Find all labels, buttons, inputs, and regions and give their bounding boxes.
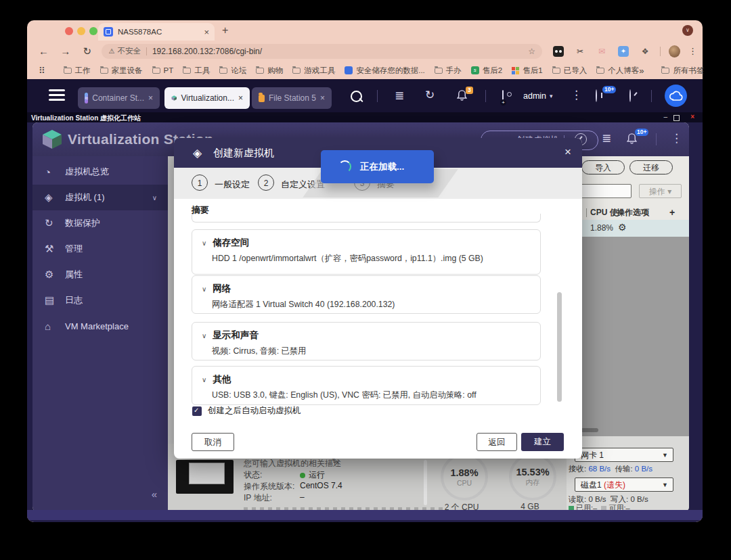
user-menu-chevron-icon[interactable]: ▾	[550, 93, 553, 99]
action-dropdown[interactable]: 操作 ▾	[639, 184, 682, 198]
url-text[interactable]: 192.168.200.132:7086/cgi-bin/	[152, 47, 528, 56]
close-icon[interactable]: ×	[148, 93, 153, 103]
step-2-circle[interactable]: 2	[258, 174, 274, 191]
bookmark-item[interactable]: 安全储存您的数据...	[345, 66, 425, 76]
nas-tab-container-station[interactable]: ≈ Container St... ×	[78, 87, 160, 109]
section-title[interactable]: 网络	[213, 283, 231, 294]
close-traffic-light[interactable]	[65, 27, 73, 35]
column-actions[interactable]: 操作选项	[617, 207, 649, 218]
vm-thumbnail[interactable]	[176, 460, 234, 494]
migrate-button[interactable]: 迁移	[629, 160, 673, 174]
sidebar-collapse-icon[interactable]: «	[152, 488, 157, 500]
sidebar-item-overview[interactable]: ◔虚拟机总览	[32, 159, 168, 185]
import-button[interactable]: 导入	[581, 160, 625, 174]
section-title[interactable]: 显示和声音	[213, 330, 259, 340]
browser-tab[interactable]: NAS5878AC ×	[98, 23, 215, 41]
search-icon[interactable]	[351, 91, 362, 102]
bookmark-item[interactable]: 论坛	[219, 66, 246, 76]
summary-card-other[interactable]: ∨其他 USB: USB 3.0, 键盘: English (US), VNC …	[192, 366, 541, 405]
tab-close-icon[interactable]: ×	[204, 27, 209, 37]
bookmark-item[interactable]: 家里设备	[100, 66, 143, 76]
step-1-label[interactable]: 一般设定	[215, 179, 250, 191]
summary-card-display-audio[interactable]: ∨显示和声音 视频: Cirrus, 音频: 已禁用	[192, 322, 541, 360]
bookmark-star-icon[interactable]: ☆	[528, 47, 535, 56]
sidebar-item-marketplace[interactable]: ⌂VM Marketplace	[32, 313, 168, 339]
create-button[interactable]: 建立	[521, 433, 564, 451]
nic-dropdown[interactable]: 网卡 1▼	[575, 448, 673, 462]
section-title[interactable]: 储存空间	[213, 237, 249, 248]
bookmark-item[interactable]: 游戏工具	[292, 66, 335, 76]
bookmark-item[interactable]: 工具	[183, 66, 210, 76]
minimize-traffic-light[interactable]	[77, 27, 85, 35]
sidebar-item-logs[interactable]: ▤日志	[32, 287, 168, 313]
autostart-row[interactable]: 创建之后自动启动虚拟机	[192, 405, 301, 417]
reload-icon[interactable]: ↻	[82, 45, 92, 57]
back-icon[interactable]: ←	[39, 45, 49, 57]
back-button[interactable]: 返回	[477, 433, 517, 451]
dialog-close-icon[interactable]: ×	[564, 145, 571, 159]
fullscreen-traffic-light[interactable]	[89, 27, 97, 35]
new-tab-button[interactable]: +	[222, 24, 228, 37]
add-column-icon[interactable]: +	[669, 207, 675, 218]
close-window-icon[interactable]: ×	[690, 113, 694, 120]
sidebar-item-data-protection[interactable]: ↻数据保护	[32, 210, 168, 236]
browser-menu-icon[interactable]: ⋮	[688, 46, 697, 56]
summary-card-storage[interactable]: ∨储存空间 HDD 1 /openwrt/immortalwrt（扩容，密码pa…	[192, 229, 541, 275]
sidebar-item-management[interactable]: ⚒管理	[32, 236, 168, 262]
vm-table-row[interactable]: 1.88% ⚙	[567, 220, 689, 237]
minimize-icon[interactable]: –	[663, 113, 667, 120]
summary-card-network[interactable]: ∨网络 网络适配器 1 Virtual Switch 40 (192.168.2…	[192, 275, 541, 314]
bookmark-item[interactable]: 已导入	[552, 66, 588, 76]
nas-tab-file-station[interactable]: File Station 5 ×	[252, 87, 332, 109]
dialog-scrollbar[interactable]	[557, 292, 562, 402]
sidebar-item-properties[interactable]: ⚙属性	[32, 262, 168, 287]
sidebar-item-vms[interactable]: ◈虚拟机 (1)∨	[32, 185, 168, 210]
nas-tab-virtualization-station[interactable]: Virtualization... ×	[164, 87, 250, 109]
myqnapcloud-icon[interactable]	[665, 85, 687, 107]
bookmark-item[interactable]: 个人博客	[596, 66, 639, 76]
bookmarks-overflow-icon[interactable]: »	[639, 66, 644, 76]
bookmark-item[interactable]: s售后2	[471, 66, 502, 76]
bookmark-item[interactable]: PT	[152, 66, 174, 74]
virtualization-station-icon	[171, 93, 177, 103]
extensions-puzzle-icon[interactable]: ❖	[640, 46, 650, 57]
user-icon[interactable]	[502, 90, 504, 103]
apps-grid-icon[interactable]: ⠿	[39, 66, 46, 76]
close-icon[interactable]: ×	[320, 93, 325, 103]
vs-window-titlebar[interactable]: Virtualization Station 虚拟化工作站 – ×	[27, 112, 703, 122]
folder-icon	[256, 68, 264, 74]
main-menu-icon[interactable]	[49, 89, 65, 103]
vs-more-icon[interactable]: ⋮	[671, 133, 682, 144]
details-scrollbar[interactable]	[424, 460, 427, 505]
user-name[interactable]: admin	[523, 91, 546, 101]
sync-icon[interactable]: ↻	[425, 89, 435, 101]
maximize-icon[interactable]	[673, 115, 680, 121]
bookmark-item[interactable]: 手办	[435, 66, 462, 76]
forward-icon[interactable]: →	[60, 45, 70, 57]
column-cpu[interactable]: CPU 使	[590, 207, 618, 218]
tasks-icon[interactable]: ≣	[602, 133, 611, 144]
bookmark-item[interactable]: 工作	[64, 66, 91, 76]
background-tasks-icon[interactable]: ≣	[395, 90, 404, 101]
tab-search-button[interactable]: ∨	[682, 25, 693, 36]
extension-scissors-icon[interactable]: ✂	[575, 46, 585, 57]
more-options-icon[interactable]: ⋮	[571, 89, 582, 101]
vm-settings-gear-icon[interactable]: ⚙	[618, 222, 627, 233]
close-icon[interactable]: ×	[238, 93, 243, 103]
bookmark-item[interactable]: 售后1	[512, 66, 542, 76]
extension-icon-2[interactable]: ✦	[618, 46, 629, 57]
dashboard-gauge-icon[interactable]	[629, 89, 631, 102]
section-title[interactable]: 其他	[213, 374, 231, 384]
address-bar[interactable]: ⚠ 不安全 192.168.200.132:7086/cgi-bin/ ☆	[102, 44, 542, 59]
disk-dropdown[interactable]: 磁盘1 (遗失)▼	[575, 477, 673, 492]
autostart-checkbox[interactable]	[192, 406, 202, 416]
extension-icon-1[interactable]	[553, 46, 564, 57]
bookmark-item[interactable]: 购物	[256, 66, 283, 76]
cancel-button[interactable]: 取消	[192, 433, 234, 451]
extension-mail-icon[interactable]: ✉	[596, 46, 607, 57]
resource-monitor-icon[interactable]	[596, 89, 597, 102]
all-bookmarks[interactable]: 所有书签	[661, 66, 704, 76]
vm-description-placeholder[interactable]: 您可输入虚拟机的相关描述	[244, 458, 341, 469]
profile-avatar[interactable]	[669, 45, 680, 57]
step-1-circle[interactable]: 1	[192, 174, 208, 191]
